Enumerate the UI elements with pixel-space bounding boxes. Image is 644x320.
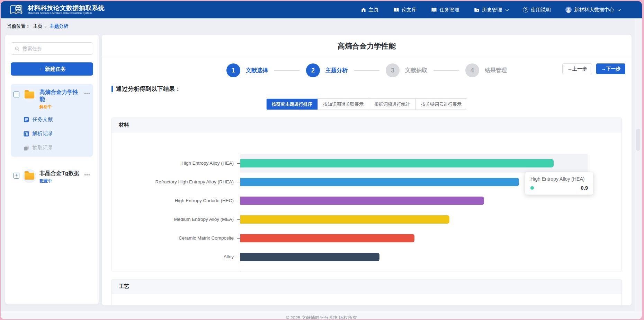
- tooltip-title: High Entropy Alloy (HEA): [530, 176, 588, 182]
- sidebar-item-task-docs[interactable]: 任务文献: [23, 116, 90, 123]
- category-label: Ceramic Matrix Composite: [112, 229, 234, 248]
- bar-row: Ceramic Matrix Composite: [240, 229, 588, 248]
- task-menu-icon[interactable]: ⋯: [84, 172, 90, 178]
- bar[interactable]: [240, 197, 484, 205]
- prev-step-button[interactable]: ←上一步: [562, 63, 592, 74]
- collapse-toggle[interactable]: −: [14, 92, 19, 97]
- nav-label: 新材料大数据中心: [574, 7, 614, 13]
- series-marker-icon: [530, 186, 534, 190]
- category-label: High Entropy Alloy (HEA): [112, 154, 234, 173]
- process-chart-body: [112, 294, 621, 305]
- scrollbar-track[interactable]: [635, 18, 642, 311]
- nav-item-library[interactable]: 论文库: [393, 7, 417, 13]
- nav-menu: 主页 论文库 任务管理 历史管理 ? 使用说明 新材料大数据中心: [361, 7, 621, 13]
- step-1-literature-select[interactable]: 1 文献选择: [226, 63, 268, 77]
- bar[interactable]: [240, 215, 449, 224]
- bar-row: Alloy: [240, 248, 588, 266]
- footer: © 2025 文献抽取平台系统 版权所有: [1, 311, 642, 319]
- folder-icon: [25, 92, 34, 98]
- chart-tooltip: High Entropy Alloy (HEA) 0.9: [525, 172, 593, 195]
- app-title: 材料科技论文数据抽取系统: [28, 5, 105, 11]
- sidebar-item-parse-records[interactable]: 解析记录: [23, 130, 90, 137]
- card-title: 工艺: [112, 279, 621, 294]
- chart-plot: High Entropy Alloy (HEA)Refractory High …: [240, 154, 588, 266]
- brand[interactable]: 材料科技论文数据抽取系统 Materials Science Literatur…: [9, 3, 105, 16]
- bar[interactable]: [240, 178, 519, 186]
- step-2-topic-analysis[interactable]: 2 主题分析: [306, 63, 348, 77]
- history-icon: [474, 7, 480, 12]
- document-icon: [23, 116, 29, 123]
- sidebar-item-extract-records[interactable]: 抽取记录: [23, 145, 90, 151]
- result-view-tabs: 按研究主题进行排序 按知识图谱关联展示 根据词频进行统计 按关键词云进行展示: [266, 98, 467, 110]
- plus-icon: ＋: [38, 66, 44, 73]
- bar[interactable]: [240, 159, 554, 167]
- user-icon: [565, 7, 572, 13]
- book-magnifier-logo-icon: [9, 3, 24, 16]
- app-subtitle: Materials Science Literature Data Extrac…: [28, 11, 105, 15]
- breadcrumb-home[interactable]: 主页: [33, 23, 43, 29]
- nav-item-home[interactable]: 主页: [361, 7, 379, 13]
- material-chart-card: 材料 High Entropy Alloy (HEA)Refractory Hi…: [111, 118, 622, 271]
- nav-label: 历史管理: [482, 7, 502, 13]
- task-name[interactable]: 高熵合金力学性能: [39, 89, 81, 103]
- nav-item-history[interactable]: 历史管理: [474, 7, 508, 13]
- breadcrumb: 当前位置： 主页 › 主题分析: [1, 18, 642, 34]
- axis-tick: [237, 238, 240, 239]
- search-icon: [15, 46, 20, 51]
- scrollbar-thumb[interactable]: [636, 129, 640, 151]
- help-icon: ?: [523, 7, 528, 12]
- home-icon: [361, 7, 366, 12]
- tab-sort-by-topic[interactable]: 按研究主题进行排序: [267, 99, 317, 110]
- step-connector: [354, 70, 379, 71]
- task-name[interactable]: 非晶合金Tg数据: [39, 170, 81, 177]
- breadcrumb-current: 主题分析: [50, 23, 68, 29]
- breadcrumb-separator: ›: [45, 24, 47, 29]
- copyright-text: © 2025 文献抽取平台系统 版权所有: [286, 315, 357, 319]
- bar[interactable]: [240, 253, 379, 261]
- nav-label: 主页: [369, 7, 379, 13]
- chevron-down-icon: [506, 8, 509, 11]
- folder-icon: [25, 173, 34, 180]
- axis-tick: [237, 219, 240, 220]
- copy-icon: [23, 145, 29, 151]
- top-navbar: 材料科技论文数据抽取系统 Materials Science Literatur…: [1, 1, 642, 18]
- task-menu-icon[interactable]: ⋯: [84, 91, 90, 97]
- chart-icon: [23, 131, 29, 137]
- new-task-button[interactable]: ＋ 新建任务: [11, 62, 93, 76]
- category-label: Refractory High Entropy Alloy (RHEA): [112, 173, 234, 191]
- bar-row: Medium Entropy Alloy (MEA): [240, 210, 588, 229]
- bar[interactable]: [240, 234, 414, 242]
- search-input[interactable]: [23, 46, 89, 51]
- next-step-button[interactable]: →下一步: [596, 63, 625, 74]
- nav-item-account[interactable]: 新材料大数据中心: [565, 7, 620, 13]
- chevron-down-icon: [618, 8, 621, 11]
- axis-tick: [237, 182, 240, 182]
- step-3-literature-extract[interactable]: 3 文献抽取: [386, 63, 427, 77]
- nav-label: 论文库: [402, 7, 417, 13]
- tab-keyword-cloud[interactable]: 按关键词云进行展示: [415, 99, 467, 110]
- nav-item-tasks[interactable]: 任务管理: [431, 7, 459, 13]
- breadcrumb-prefix: 当前位置：: [7, 23, 30, 29]
- accent-bar: [111, 86, 113, 92]
- bar-row: High Entropy Alloy (HEA): [240, 154, 588, 173]
- main-panel: 高熵合金力学性能 1 文献选择 2 主题分析 3 文献抽取: [102, 35, 632, 305]
- task-group-hea[interactable]: − 高熵合金力学性能 解析中 ⋯ 任务文献 解析记录: [11, 84, 93, 157]
- section-title: 通过分析得到以下结果：: [116, 85, 181, 93]
- process-chart-card: 工艺: [111, 279, 622, 305]
- task-group-tg[interactable]: + 非晶合金Tg数据 配置中 ⋯: [11, 165, 93, 188]
- axis-tick: [237, 257, 240, 257]
- nav-item-help[interactable]: ? 使用说明: [523, 7, 551, 13]
- page-title: 高熵合金力学性能: [102, 35, 632, 57]
- tab-word-frequency[interactable]: 根据词频进行统计: [369, 99, 415, 110]
- result-section-header: 通过分析得到以下结果：: [111, 85, 632, 93]
- task-sidebar: ＋ 新建任务 − 高熵合金力学性能 解析中 ⋯ 任务文献: [5, 35, 99, 304]
- task-status-badge: 配置中: [39, 178, 81, 184]
- step-connector: [274, 70, 300, 71]
- task-status-badge: 解析中: [39, 104, 81, 110]
- step-4-result-manage[interactable]: 4 结果管理: [465, 63, 507, 77]
- category-label: Alloy: [112, 248, 234, 266]
- axis-tick: [237, 201, 240, 201]
- tab-knowledge-graph[interactable]: 按知识图谱关联展示: [317, 99, 369, 110]
- task-search: [11, 42, 93, 55]
- expand-toggle[interactable]: +: [14, 173, 19, 179]
